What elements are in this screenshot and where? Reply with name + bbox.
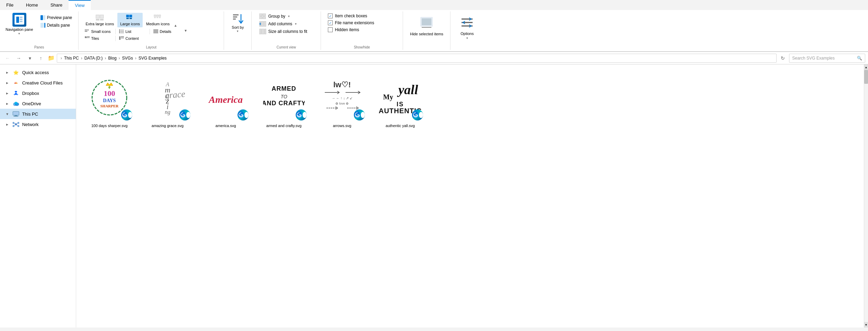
- sidebar-item-dropbox[interactable]: ► Dropbox: [0, 88, 76, 98]
- tab-share[interactable]: Share: [44, 0, 69, 10]
- layout-group: Extra large icons Large icons: [79, 11, 224, 50]
- tiles-button[interactable]: Tiles: [83, 36, 114, 41]
- addr-svg-examples[interactable]: SVG Examples: [138, 56, 167, 61]
- sidebar-item-creative-cloud[interactable]: ► Creative Cloud Files: [0, 78, 76, 88]
- search-icon[interactable]: 🔍: [857, 56, 862, 61]
- creative-cloud-chevron: ►: [6, 81, 9, 85]
- svg-text:My: My: [383, 93, 393, 101]
- medium-icons-button[interactable]: Medium icons: [143, 13, 172, 27]
- thumb-america-svg: America: [205, 84, 247, 111]
- file-item-america[interactable]: America america.svg: [198, 70, 253, 132]
- details-pane-label: Details pane: [47, 23, 70, 28]
- svg-rect-36: [153, 33, 158, 33]
- show-hide-group-label: Show/hide: [321, 45, 403, 49]
- content-button[interactable]: Content: [117, 36, 148, 41]
- svg-rect-25: [85, 31, 86, 32]
- options-button[interactable]: Options ▾: [453, 11, 481, 47]
- medium-icons-label: Medium icons: [146, 22, 170, 26]
- file-item-amazing[interactable]: A m a z i ng grace: [140, 70, 195, 132]
- file-item-100days[interactable]: 🌵 100 DAYS SHARPER: [82, 70, 137, 132]
- svg-rect-49: [263, 14, 266, 16]
- scroll-thumb[interactable]: [864, 70, 868, 84]
- file-item-arrows[interactable]: lw♡! → ← ↑ ↓ ↗ ↙ ✿ love ✿: [314, 70, 370, 132]
- refresh-button[interactable]: ↻: [778, 53, 788, 63]
- navigation-pane-button[interactable]: Navigation pane ▾: [3, 11, 36, 37]
- details-button[interactable]: Details: [151, 29, 182, 34]
- svg-rect-58: [262, 29, 264, 34]
- file-item-authentic[interactable]: My yall IS AUTHENTIC authentic yall.svg: [373, 70, 428, 132]
- size-columns-icon: [259, 29, 266, 34]
- sidebar-item-this-pc[interactable]: ▼ This PC: [0, 109, 76, 119]
- svg-text:ARMED: ARMED: [272, 85, 296, 92]
- extra-large-label: Extra large icons: [86, 22, 114, 26]
- quick-access-label: Quick access: [22, 70, 49, 75]
- sidebar-item-network[interactable]: ► Network: [0, 119, 76, 129]
- show-hide-group: Item check boxes File name extensions Hi…: [321, 11, 403, 50]
- add-columns-button[interactable]: Add columns ▾: [258, 20, 315, 27]
- list-button[interactable]: List: [117, 29, 148, 34]
- tiles-icon: [85, 36, 90, 41]
- file-name-authentic: authentic yall.svg: [386, 123, 415, 128]
- small-icons-button[interactable]: Small icons: [83, 29, 114, 34]
- item-checkboxes-checkbox[interactable]: [328, 14, 333, 18]
- sidebar-item-quick-access[interactable]: ► ⭐ Quick access: [0, 67, 76, 78]
- svg-rect-30: [120, 31, 124, 32]
- large-icons-icon: [125, 14, 135, 21]
- tab-file[interactable]: File: [0, 0, 20, 10]
- item-checkboxes-label: Item check boxes: [335, 14, 367, 18]
- forward-button[interactable]: →: [14, 53, 24, 63]
- hide-selected-button[interactable]: Hide selected items: [406, 11, 447, 43]
- show-hide-items: Item check boxes File name extensions Hi…: [324, 11, 400, 40]
- file-thumb-amazing: A m a z i ng grace: [143, 73, 192, 122]
- folder-icon: 📁: [48, 55, 55, 61]
- this-pc-icon: [12, 110, 19, 117]
- back-button[interactable]: ←: [3, 53, 12, 63]
- up-button[interactable]: ↑: [36, 53, 46, 63]
- add-columns-label: Add columns: [268, 21, 292, 26]
- hidden-items-checkbox[interactable]: [328, 27, 333, 32]
- address-path[interactable]: › This PC › DATA (D:) › Blog › SVGs › SV…: [57, 54, 777, 63]
- addr-data-d[interactable]: DATA (D:): [84, 56, 104, 61]
- svg-rect-9: [100, 15, 104, 18]
- vertical-scrollbar[interactable]: ▲ ▼: [864, 64, 868, 328]
- group-by-button[interactable]: Group by ▾: [258, 13, 315, 20]
- tab-view[interactable]: View: [69, 0, 91, 10]
- network-chevron: ►: [6, 123, 9, 126]
- edge-badge-100days: [121, 109, 132, 120]
- addr-blog[interactable]: Blog: [108, 56, 117, 61]
- sidebar-item-onedrive[interactable]: ► OneDrive: [0, 98, 76, 109]
- hide-selected-label: Hide selected items: [410, 32, 443, 36]
- file-name-ext-checkbox[interactable]: [328, 20, 333, 25]
- svg-text:DAYS: DAYS: [103, 98, 116, 103]
- svg-rect-53: [262, 21, 263, 27]
- large-icons-button[interactable]: Large icons: [117, 13, 143, 27]
- svg-rect-28: [120, 30, 124, 30]
- edge-badge-arrows: [354, 109, 365, 120]
- addr-svgs[interactable]: SVGs: [122, 56, 134, 61]
- preview-pane-icon: [40, 15, 46, 20]
- file-name-ext-item[interactable]: File name extensions: [326, 20, 397, 26]
- details-pane-button[interactable]: Details pane: [38, 22, 74, 29]
- svg-point-68: [15, 102, 17, 105]
- nav-pane-label: Navigation pane: [6, 27, 33, 32]
- svg-text:ng: ng: [165, 109, 170, 115]
- sort-by-button[interactable]: Sort by ▾: [232, 13, 244, 33]
- scroll-up[interactable]: ▲: [864, 64, 868, 70]
- scroll-down[interactable]: ▼: [864, 322, 868, 328]
- addr-this-pc[interactable]: This PC: [63, 56, 80, 61]
- details-pane-icon: [40, 23, 46, 28]
- item-checkboxes-item[interactable]: Item check boxes: [326, 13, 397, 19]
- preview-pane-button[interactable]: Preview pane: [38, 14, 74, 21]
- extra-large-icons-button[interactable]: Extra large icons: [83, 13, 117, 27]
- hidden-items-item[interactable]: Hidden items: [326, 27, 397, 33]
- svg-rect-33: [153, 29, 158, 30]
- svg-rect-1: [20, 17, 23, 18]
- search-box[interactable]: Search SVG Examples 🔍: [789, 54, 865, 63]
- nav-pane-svg: [16, 16, 23, 24]
- svg-rect-34: [153, 30, 158, 31]
- file-item-armed[interactable]: ARMED TO AND CRAFTY armed and crafty.svg: [256, 70, 312, 132]
- size-columns-button[interactable]: Size all columns to fit: [258, 28, 315, 35]
- tab-home[interactable]: Home: [20, 0, 44, 10]
- recent-locations-button[interactable]: ▾: [25, 53, 35, 63]
- scroll-track[interactable]: [864, 70, 868, 322]
